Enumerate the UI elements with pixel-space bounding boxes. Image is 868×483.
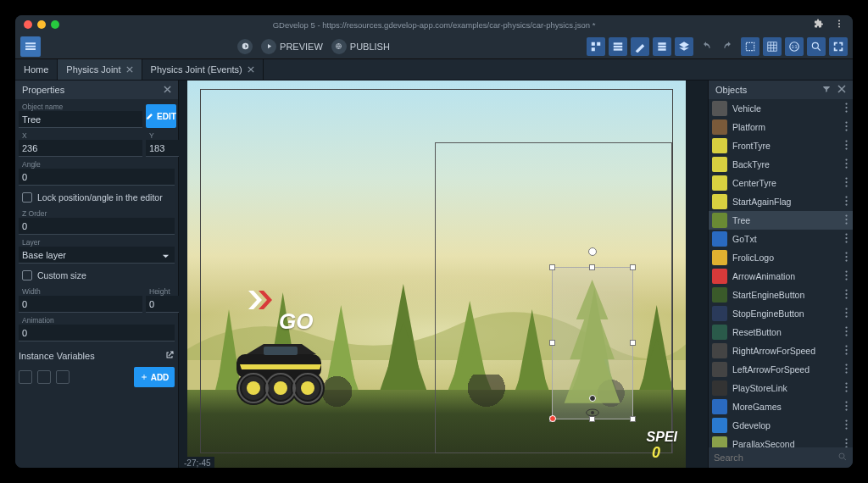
more-icon[interactable] — [845, 438, 848, 447]
object-item[interactable]: CenterTyre — [709, 174, 853, 192]
toggle-mask-icon[interactable] — [741, 37, 760, 56]
object-item[interactable]: ResetButton — [709, 323, 853, 341]
custom-size-checkbox[interactable] — [22, 270, 32, 280]
minimize-window[interactable] — [37, 20, 46, 29]
more-icon[interactable] — [845, 177, 848, 189]
object-item[interactable]: Vehicle — [709, 99, 853, 118]
more-icon[interactable] — [845, 140, 848, 152]
tab-home[interactable]: Home — [15, 59, 58, 80]
tab-physics-joint-events[interactable]: Physics Joint (Events) — [142, 59, 264, 80]
properties-panel-icon[interactable] — [631, 37, 649, 56]
redo-icon[interactable] — [719, 37, 737, 56]
resize-handle[interactable] — [630, 416, 636, 422]
objects-list[interactable]: VehiclePlatformFrontTyreBackTyreCenterTy… — [709, 99, 853, 447]
object-item[interactable]: LeftArrowForSpeed — [709, 360, 853, 379]
tab-physics-joint[interactable]: Physics Joint — [58, 59, 142, 80]
scene-editor[interactable]: GO — [179, 80, 708, 468]
project-manager-icon[interactable] — [20, 36, 41, 57]
object-item[interactable]: ArrowAnimation — [709, 267, 853, 286]
more-icon[interactable] — [845, 308, 848, 319]
object-item[interactable]: Platform — [709, 118, 853, 136]
resize-handle[interactable] — [589, 416, 595, 422]
custom-size-row[interactable]: Custom size — [19, 267, 175, 284]
fullscreen-icon[interactable] — [829, 37, 848, 56]
object-item[interactable]: StartAgainFlag — [709, 192, 853, 211]
angle-input[interactable] — [19, 169, 175, 186]
resize-handle[interactable] — [630, 340, 636, 346]
x-input[interactable] — [19, 140, 142, 157]
search-input[interactable] — [714, 452, 837, 463]
filter-icon[interactable] — [822, 85, 831, 95]
object-name-input[interactable] — [19, 111, 142, 128]
close-panel-icon[interactable] — [837, 85, 846, 95]
layers-panel-icon[interactable] — [675, 37, 693, 56]
paste-icon[interactable] — [37, 370, 51, 384]
objects-panel-icon[interactable] — [587, 37, 605, 56]
lock-checkbox-row[interactable]: Lock position/angle in the editor — [19, 189, 175, 206]
object-item[interactable]: StopEngineButton — [709, 304, 853, 323]
more-icon[interactable] — [845, 158, 848, 170]
object-item[interactable]: StartEngineButton — [709, 286, 853, 304]
zoom-fit-icon[interactable]: 1:1 — [785, 37, 804, 56]
undo-icon[interactable] — [697, 37, 715, 56]
publish-button[interactable]: PUBLISH — [331, 39, 390, 54]
more-icon[interactable] — [845, 289, 848, 301]
more-icon[interactable] — [845, 270, 848, 282]
resize-handle[interactable] — [549, 340, 555, 346]
more-icon[interactable] — [845, 233, 848, 245]
object-item[interactable]: Gdevelop — [709, 416, 853, 435]
close-icon[interactable] — [126, 64, 133, 75]
zoom-icon[interactable] — [807, 37, 826, 56]
more-icon[interactable] — [845, 196, 848, 208]
object-item[interactable]: FrontTyre — [709, 136, 853, 155]
close-panel-icon[interactable] — [164, 85, 171, 95]
extension-icon[interactable] — [814, 19, 824, 31]
object-item[interactable]: RightArrowForSpeed — [709, 341, 853, 360]
object-item[interactable]: GoTxt — [709, 230, 853, 248]
width-input[interactable] — [19, 296, 142, 313]
object-item[interactable]: FrolicLogo — [709, 248, 853, 267]
close-icon[interactable] — [248, 64, 254, 75]
origin-point[interactable] — [549, 415, 556, 422]
object-item[interactable]: BackTyre — [709, 155, 853, 174]
more-icon[interactable] — [845, 382, 848, 394]
more-icon[interactable] — [845, 252, 848, 264]
more-icon[interactable] — [845, 121, 848, 133]
more-icon[interactable] — [845, 103, 848, 114]
lock-checkbox[interactable] — [22, 192, 32, 203]
object-item[interactable]: MoreGames — [709, 397, 853, 416]
maximize-window[interactable] — [51, 20, 59, 29]
more-icon[interactable] — [845, 401, 848, 413]
instances-panel-icon[interactable] — [653, 37, 671, 56]
center-point[interactable] — [589, 395, 596, 402]
object-item[interactable]: ParallaxSecond — [709, 435, 853, 447]
resize-handle[interactable] — [549, 264, 555, 270]
open-in-new-icon[interactable] — [164, 350, 175, 362]
copy-icon[interactable] — [19, 370, 32, 384]
preview-button[interactable]: PREVIEW — [261, 39, 323, 54]
more-icon[interactable] — [845, 364, 848, 375]
more-icon[interactable] — [845, 345, 848, 357]
vehicle[interactable] — [221, 339, 340, 407]
resize-handle[interactable] — [630, 264, 636, 270]
object-item[interactable]: PlayStoreLink — [709, 379, 853, 397]
rotate-handle[interactable] — [588, 247, 597, 256]
selected-tree-instance[interactable] — [552, 267, 633, 419]
layer-select[interactable] — [19, 247, 175, 264]
more-icon[interactable] — [834, 19, 844, 31]
object-groups-icon[interactable] — [609, 37, 627, 56]
add-variable-button[interactable]: ADD — [134, 367, 175, 387]
close-window[interactable] — [24, 20, 32, 29]
animation-input[interactable] — [19, 325, 175, 341]
toggle-grid-icon[interactable] — [763, 37, 782, 56]
object-item[interactable]: Tree — [709, 211, 853, 230]
z-order-input[interactable] — [19, 218, 175, 235]
edit-button[interactable]: EDIT — [146, 104, 176, 128]
scene-canvas[interactable]: GO — [187, 80, 686, 468]
more-icon[interactable] — [845, 214, 848, 226]
delete-icon[interactable] — [56, 370, 70, 384]
more-icon[interactable] — [845, 419, 848, 431]
debug-button[interactable] — [237, 39, 253, 54]
resize-handle[interactable] — [589, 264, 595, 270]
more-icon[interactable] — [845, 326, 848, 338]
